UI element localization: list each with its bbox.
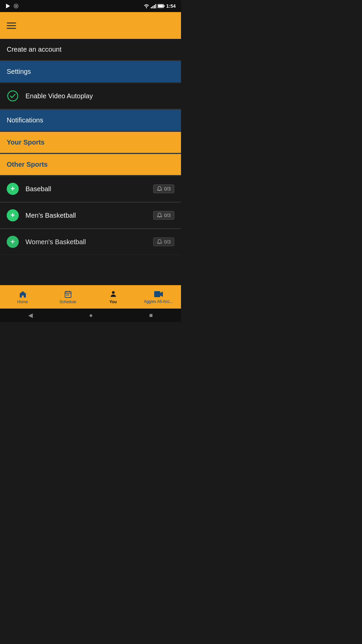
womens-basketball-notification-badge[interactable]: 0/3 [153, 237, 174, 246]
hamburger-menu-button[interactable] [7, 22, 16, 29]
svg-rect-15 [66, 294, 67, 296]
svg-rect-8 [164, 5, 165, 7]
schedule-icon [64, 290, 72, 298]
menu-item-notifications[interactable]: Notifications [0, 110, 181, 131]
other-sports-label: Other Sports [7, 161, 48, 168]
hamburger-line-2 [7, 25, 16, 26]
svg-point-10 [8, 91, 18, 101]
status-bar: 1:54 [0, 0, 181, 12]
menu-item-your-sports[interactable]: Your Sports [0, 132, 181, 153]
baseball-label: Baseball [25, 185, 51, 193]
menu-item-mens-basketball[interactable]: + Men's Basketball 0/3 [0, 203, 181, 228]
menu-item-other-sports[interactable]: Other Sports [0, 154, 181, 175]
svg-rect-16 [68, 294, 69, 296]
menu-item-womens-basketball[interactable]: + Women's Basketball 0/3 [0, 229, 181, 255]
bell-icon-2 [157, 213, 162, 218]
home-nav-label: Home [17, 300, 28, 304]
you-nav-label: You [110, 300, 117, 304]
add-womens-basketball-icon[interactable]: + [7, 236, 19, 248]
svg-rect-4 [152, 6, 153, 8]
home-button[interactable]: ● [89, 312, 93, 319]
baseball-badge-text: 0/3 [164, 186, 171, 192]
nav-item-you[interactable]: You [90, 290, 136, 304]
womens-basketball-label: Women's Basketball [25, 238, 86, 246]
menu-item-video-autoplay[interactable]: Enable Video Autoplay [0, 83, 181, 109]
hamburger-line-1 [7, 22, 16, 23]
person-icon [109, 290, 117, 298]
settings-label: Settings [7, 68, 31, 75]
bell-icon [157, 186, 162, 192]
schedule-nav-label: Schedule [59, 300, 76, 304]
recents-button[interactable]: ■ [149, 312, 153, 319]
notifications-label: Notifications [7, 116, 43, 124]
bottom-navigation: Home Schedule You Aggies All-Acc... [0, 285, 181, 309]
status-bar-right: 1:54 [143, 3, 176, 9]
add-baseball-icon[interactable]: + [7, 183, 19, 195]
menu-item-baseball[interactable]: + Baseball 0/3 [0, 176, 181, 202]
hamburger-line-3 [7, 28, 16, 29]
svg-rect-3 [151, 7, 152, 8]
svg-marker-0 [6, 4, 10, 8]
signal-icon [151, 4, 156, 8]
svg-rect-18 [154, 291, 160, 297]
app-bar [0, 12, 181, 39]
mens-basketball-notification-badge[interactable]: 0/3 [153, 211, 174, 220]
your-sports-label: Your Sports [7, 139, 45, 146]
dot-icon [13, 3, 19, 9]
womens-basketball-badge-text: 0/3 [164, 239, 171, 245]
video-icon [154, 290, 163, 298]
baseball-notification-badge[interactable]: 0/3 [153, 184, 174, 193]
wifi-icon [143, 4, 149, 8]
mens-basketball-label: Men's Basketball [25, 212, 76, 219]
play-icon [5, 3, 11, 9]
nav-item-home[interactable]: Home [0, 290, 45, 304]
svg-point-2 [15, 5, 17, 7]
mens-basketball-badge-text: 0/3 [164, 213, 171, 218]
aggies-nav-label: Aggies All-Acc... [144, 299, 173, 304]
svg-rect-6 [155, 4, 156, 8]
menu-item-settings[interactable]: Settings [0, 61, 181, 83]
back-button[interactable]: ◀ [28, 312, 33, 319]
add-basketball-icon[interactable]: + [7, 209, 19, 221]
svg-rect-5 [154, 5, 155, 8]
home-icon [18, 290, 27, 298]
nav-item-aggies[interactable]: Aggies All-Acc... [136, 290, 181, 304]
create-account-label: Create an account [7, 46, 61, 53]
android-nav-bar: ◀ ● ■ [0, 309, 181, 322]
status-time: 1:54 [166, 3, 176, 9]
video-autoplay-label: Enable Video Autoplay [25, 92, 93, 100]
svg-marker-19 [160, 291, 163, 297]
nav-item-schedule[interactable]: Schedule [45, 290, 90, 304]
check-circle-icon [7, 90, 19, 102]
status-bar-left [5, 3, 19, 9]
bell-icon-3 [157, 239, 162, 245]
battery-icon [158, 4, 165, 8]
menu-item-create-account[interactable]: Create an account [0, 39, 181, 60]
svg-rect-9 [158, 5, 163, 7]
svg-point-17 [112, 291, 115, 294]
